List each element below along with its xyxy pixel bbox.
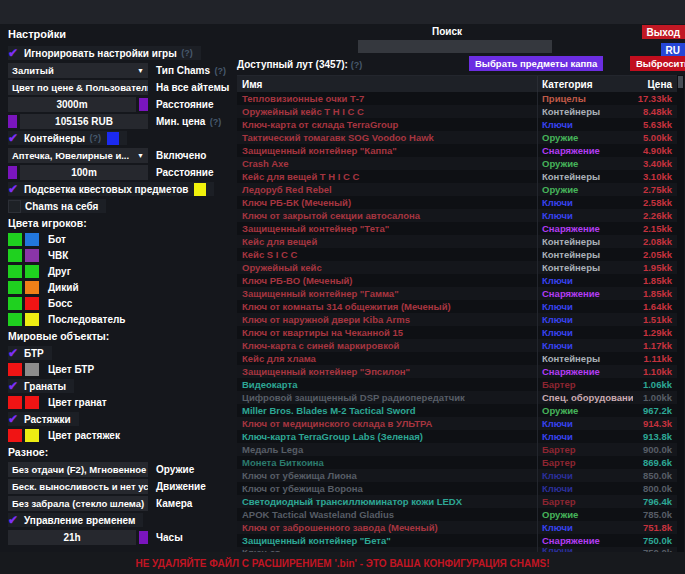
column-name[interactable]: Имя [237,79,537,90]
chams-type-dropdown[interactable]: Залитый ▼ [8,63,148,78]
btr-color-swatch[interactable] [25,363,39,376]
tripwire-color-swatch[interactable] [25,429,39,442]
loot-row[interactable]: Защищенный контейнер "Каппа"Снаряжение4.… [237,144,677,157]
exit-button[interactable]: Выход [642,25,685,39]
loot-row[interactable]: Ключ от комнаты 314 общежития (Меченый)К… [237,300,677,313]
loot-item-category: Бартер [537,378,633,391]
apply-mode-dropdown[interactable]: Цвет по цене & Пользователь ▼ [8,80,148,95]
loot-row[interactable]: Оружейный кейсКонтейнеры1.95kk [237,261,677,274]
enabled-categories-dropdown[interactable]: Аптечка, Ювелирные и... ▼ [8,148,148,163]
loot-row[interactable]: Медаль LegaБартер900.0k [237,443,677,456]
visible-color-swatch[interactable] [8,363,22,376]
visible-color-swatch[interactable] [8,281,22,294]
loot-row[interactable]: Ключ от закрытой секции автосалонаКлючи2… [237,209,677,222]
loot-row[interactable]: Защищенный контейнер "Бета"Снаряжение750… [237,534,677,547]
hours-row: Часы [8,530,234,545]
player-color-swatch[interactable] [25,281,39,294]
select-kappa-items-button[interactable]: Выбрать предметы каппа [469,56,603,71]
loot-row[interactable]: Кейс для вещей T H I C CКонтейнеры3.10kk [237,170,677,183]
loot-row[interactable]: Crash AxeОружие3.40kk [237,157,677,170]
loot-row[interactable]: Защищенный контейнер "Тета"Снаряжение2.1… [237,222,677,235]
loot-row[interactable]: Тактический томагавк SOG Voodoo HawkОруж… [237,131,677,144]
table-scrollbar[interactable] [677,75,684,552]
player-color-swatch[interactable] [25,297,39,310]
drop-all-button[interactable]: Выбросить все [630,56,685,71]
min-price-color-swatch[interactable] [8,115,17,128]
containers-color-swatch[interactable] [107,132,119,145]
weapon-dropdown[interactable]: Без отдачи (F2), Мгновенное п ▼ [8,462,148,477]
movement-dropdown[interactable]: Беск. выносливость и нет уста ▼ [8,479,148,494]
visible-color-swatch[interactable] [8,313,22,326]
containers-distance-input[interactable] [20,165,148,180]
loot-row[interactable]: Тепловизионные очки Т-7Прицелы17.33kk [237,92,677,105]
scrollbar-thumb[interactable] [678,76,683,88]
loot-row[interactable]: Miller Bros. Blades M-2 Tactical SwordОр… [237,404,677,417]
items-distance-input[interactable] [8,97,136,112]
loot-row[interactable]: Ключ-карта TerraGroup Labs (Зеленая)Ключ… [237,430,677,443]
ignore-game-settings-checkbox[interactable]: ✔ Игнорировать настройки игры (?) [8,46,201,60]
loot-item-name: Кейс S I C C [237,249,537,260]
grenade-color-swatch[interactable] [25,396,39,409]
loot-row[interactable]: APOK Tactical Wasteland GladiusОружие785… [237,508,677,521]
loot-row[interactable]: Ключ РБ-БК (Меченый)Ключи2.58kk [237,196,677,209]
loot-row[interactable]: Ключ от заброшенного завода (Меченый)Клю… [237,521,677,534]
loot-row[interactable]: Ключ-карта от склада TerraGroupКлючи5.63… [237,118,677,131]
containers-checkbox[interactable]: ✔ Контейнеры (?) [8,131,127,145]
language-button[interactable]: RU [661,43,685,57]
player-color-swatch[interactable] [25,313,39,326]
loot-row[interactable]: Цифровой защищенный DSP радиопередатчикС… [237,391,677,404]
loot-row[interactable]: Кейс для вещейКонтейнеры2.08kk [237,235,677,248]
loot-row[interactable]: Ключ РБ-ВО (Меченый)Ключи1.85kk [237,274,677,287]
loot-item-name: Защищенный контейнер "Тета" [237,223,537,234]
btr-checkbox[interactable]: ✔ БТР [8,346,52,360]
loot-row[interactable]: Ледоруб Red RebelОружие2.75kk [237,183,677,196]
loot-row[interactable]: Кейс для хламаКонтейнеры1.11kk [237,352,677,365]
loot-row[interactable]: Оружейный кейс T H I C CКонтейнеры8.48kk [237,105,677,118]
footer-warning: НЕ УДАЛЯЙТЕ ФАЙЛ С РАСШИРЕНИЕМ '.bin' - … [0,552,685,574]
visible-color-swatch[interactable] [8,297,22,310]
visible-color-swatch[interactable] [8,265,22,278]
loot-row[interactable]: Ключ от убежища ВоронаКлючи800.0k [237,482,677,495]
loot-row[interactable]: Ключ от наружной двери Kiba ArmsКлючи1.5… [237,313,677,326]
min-price-input[interactable] [20,114,148,129]
loot-row[interactable]: Монета БиткоинаБартер869.6k [237,456,677,469]
loot-row[interactable]: Ключ от убежища ЛионаКлючи850.0k [237,469,677,482]
loot-row[interactable]: ВидеокартаБартер1.06kk [237,378,677,391]
loot-row[interactable]: Защищенный контейнер "Гамма"Снаряжение1.… [237,287,677,300]
loot-item-name: Защищенный контейнер "Гамма" [237,288,537,299]
containers-distance-color-swatch[interactable] [8,166,17,179]
loot-row[interactable]: Ключ от медицинского склада в УЛЬТРАКлюч… [237,417,677,430]
world-objects-title: Мировые объекты: [8,330,234,342]
loot-row[interactable]: Защищенный контейнер "Эпсилон"Снаряжение… [237,365,677,378]
quest-color-swatch[interactable] [194,183,206,196]
search-input[interactable] [358,40,552,53]
distance-color-swatch[interactable] [139,98,148,111]
column-category[interactable]: Категория [537,76,633,92]
loot-row[interactable]: Ключ от квартиры на Чеканной 15Ключи1.29… [237,326,677,339]
hours-input[interactable] [8,530,136,545]
loot-row[interactable]: Ключ-карта с синей маркировкойКлючи1.17k… [237,339,677,352]
loot-row[interactable]: Кейс S I C CКонтейнеры2.05kk [237,248,677,261]
camera-dropdown[interactable]: Без забрала (стекло шлема) ▼ [8,496,148,511]
visible-color-swatch[interactable] [8,429,22,442]
player-color-swatch[interactable] [25,265,39,278]
column-price[interactable]: Цена [633,79,677,90]
loot-item-price: 900.0k [633,444,677,455]
misc-title: Разное: [8,446,234,458]
grenades-checkbox[interactable]: ✔ Гранаты [8,379,74,393]
loot-item-price: 751.8k [633,522,677,533]
quest-highlight-checkbox[interactable]: ✔ Подсветка квестовых предметов [8,182,214,196]
visible-color-swatch[interactable] [8,396,22,409]
chams-self-checkbox[interactable]: Chams на себя [8,199,106,213]
loot-row[interactable]: Светодиодный трансиллюминатор кожи LEDXБ… [237,495,677,508]
visible-color-swatch[interactable] [8,249,22,262]
loot-item-name: Видеокарта [237,379,537,390]
visible-color-swatch[interactable] [8,233,22,246]
player-color-swatch[interactable] [25,249,39,262]
loot-item-name: Защищенный контейнер "Каппа" [237,145,537,156]
tripwires-checkbox[interactable]: ✔ Растяжки [8,412,79,426]
hours-color-swatch[interactable] [139,531,148,544]
time-control-checkbox[interactable]: ✔ Управление временем [8,513,143,527]
player-color-swatch[interactable] [25,233,39,246]
loot-item-category: Ключи [537,521,633,534]
